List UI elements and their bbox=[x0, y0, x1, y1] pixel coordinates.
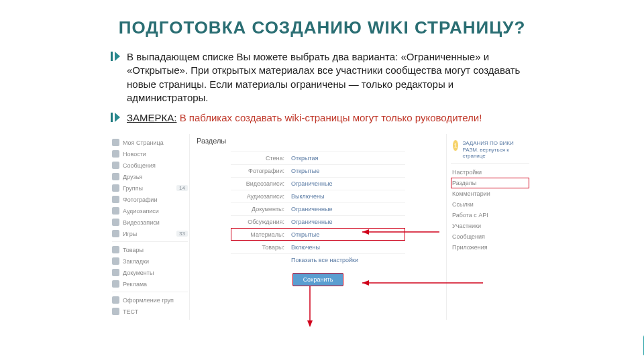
bullet-2: ЗАМЕРКА: В пабликах создавать wiki-стран… bbox=[127, 111, 482, 125]
community-tile: 1 ЗАДАНИЯ ПО ВИКИ РАЗМ. вернуться к стра… bbox=[451, 137, 529, 164]
screenshot-region: Моя Страница Новости Сообщения Друзья Гр… bbox=[111, 134, 533, 320]
svg-marker-1 bbox=[362, 280, 369, 286]
svg-marker-3 bbox=[362, 229, 369, 235]
bullet-icon bbox=[111, 52, 123, 61]
red-arrow-horizontal bbox=[362, 276, 486, 290]
sections-link[interactable]: Разделы bbox=[451, 178, 529, 188]
bullet-1: В выпадающем списке Вы можете выбрать дв… bbox=[127, 50, 533, 105]
slide-title: ПОДГОТОВКА СОЗДАНИЮ WIKI СТРАНИЦУ? bbox=[0, 0, 644, 38]
red-arrow-vertical bbox=[303, 286, 317, 327]
red-arrow-horizontal bbox=[362, 225, 443, 239]
svg-marker-5 bbox=[307, 320, 313, 327]
bullets: В выпадающем списке Вы можете выбрать дв… bbox=[111, 50, 533, 125]
vk-left-nav: Моя Страница Новости Сообщения Друзья Гр… bbox=[111, 134, 190, 320]
bullet-icon bbox=[111, 113, 123, 122]
sections-heading: Разделы bbox=[197, 137, 439, 145]
save-button[interactable]: Сохранить bbox=[292, 273, 344, 286]
vk-right-nav: 1 ЗАДАНИЯ ПО ВИКИ РАЗМ. вернуться к стра… bbox=[446, 134, 533, 320]
